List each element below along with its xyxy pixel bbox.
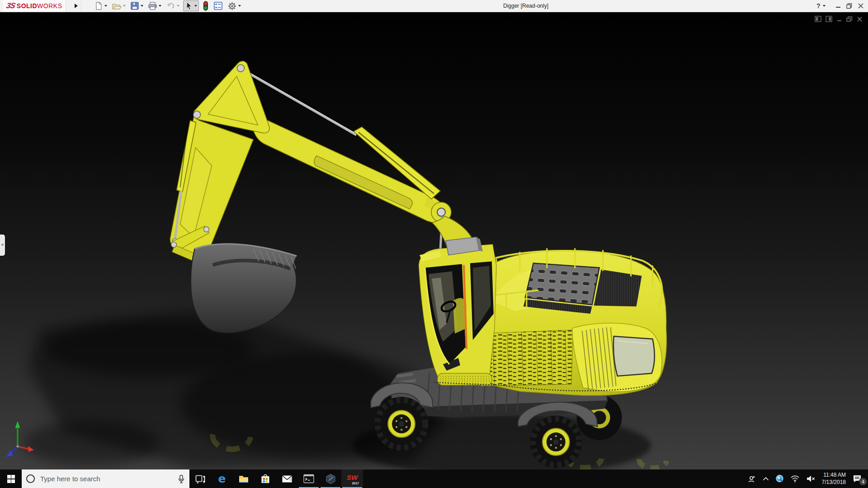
edge-icon: e — [218, 473, 226, 484]
notification-badge: 4 — [859, 478, 867, 486]
taskbar-app-store[interactable] — [255, 469, 276, 488]
new-document-button[interactable] — [93, 1, 108, 11]
stoplight-icon — [203, 1, 209, 11]
engine-grille — [525, 263, 599, 305]
taskbar-app-edrawings[interactable] — [320, 469, 341, 488]
store-icon — [260, 474, 270, 484]
taskbar: e — [0, 469, 868, 488]
pane-handle-icon — [1, 244, 4, 246]
taskbar-app-edge[interactable]: e — [211, 469, 233, 488]
windows-logo-icon — [7, 475, 15, 483]
gear-icon — [227, 1, 237, 11]
command-prompt-icon — [303, 474, 314, 483]
excavator-model[interactable] — [0, 12, 868, 470]
cortana-icon — [26, 474, 35, 483]
hexagon-app-icon — [326, 474, 336, 484]
options-button[interactable] — [226, 1, 242, 11]
feature-pane-icon[interactable] — [815, 16, 821, 22]
undo-button[interactable] — [165, 1, 180, 11]
graphics-viewport[interactable]: *Dimetric — [0, 12, 868, 470]
minimize-button[interactable] — [833, 0, 844, 12]
clock-time: 11:48 AM — [822, 472, 846, 479]
microphone-icon[interactable] — [178, 474, 185, 483]
select-cursor-icon — [185, 1, 193, 10]
taskbar-clock[interactable]: 11:48 AM 7/13/2018 — [818, 472, 849, 486]
task-view-icon — [195, 474, 205, 484]
volume-muted-icon[interactable] — [803, 469, 818, 488]
taskbar-app-task-view[interactable] — [189, 469, 211, 488]
start-button[interactable] — [0, 469, 22, 488]
action-center-button[interactable]: 4 — [849, 469, 868, 488]
mail-icon — [282, 474, 292, 483]
people-icon[interactable] — [745, 469, 760, 488]
print-icon — [148, 1, 157, 10]
taskbar-app-command-prompt[interactable] — [298, 469, 320, 488]
rebuild-stoplight-button[interactable] — [202, 0, 210, 11]
bucket[interactable] — [191, 244, 297, 333]
doc-minimize-icon[interactable] — [836, 16, 842, 22]
task-pane-tab[interactable] — [0, 235, 5, 256]
print-button[interactable] — [147, 1, 162, 11]
open-button[interactable] — [111, 1, 127, 11]
taskbar-search[interactable] — [22, 469, 189, 488]
tray-security-icon[interactable] — [772, 469, 787, 488]
save-button[interactable] — [129, 1, 144, 11]
window-title: Digger [Read-only] — [503, 0, 548, 12]
search-input[interactable] — [39, 474, 173, 483]
display-pane-icon[interactable] — [826, 16, 832, 22]
select-button[interactable] — [183, 0, 199, 11]
tray-chevron-up-icon[interactable] — [760, 469, 772, 488]
ds-mark: 3S — [5, 1, 16, 10]
help-button[interactable]: ? — [816, 0, 826, 12]
rear-left-wheel[interactable] — [530, 416, 582, 468]
undo-icon — [166, 1, 175, 10]
engine-deck[interactable] — [478, 249, 667, 395]
taskbar-app-solidworks[interactable]: SW 2017 — [341, 469, 363, 488]
cab[interactable] — [419, 237, 496, 385]
solidworks-logo: 3S SOLIDWORKS — [3, 0, 66, 12]
file-explorer-icon — [238, 474, 249, 484]
quick-access-toolbar — [93, 0, 245, 12]
doc-restore-icon[interactable] — [846, 16, 853, 22]
solidworks-2017-icon: SW 2017 — [345, 473, 359, 485]
open-icon — [112, 1, 122, 10]
system-tray: 11:48 AM 7/13/2018 4 — [745, 469, 868, 488]
document-window-controls — [815, 16, 863, 22]
doc-close-icon[interactable] — [857, 16, 863, 22]
menu-flyout-button[interactable] — [71, 0, 81, 12]
titlebar: 3S SOLIDWORKS — [0, 0, 868, 12]
taskbar-app-file-explorer[interactable] — [233, 469, 255, 488]
wifi-icon[interactable] — [787, 469, 803, 488]
clock-date: 7/13/2018 — [822, 479, 846, 486]
save-icon — [130, 1, 139, 10]
flyout-arrow-icon — [75, 4, 78, 8]
new-document-icon — [94, 1, 103, 10]
properties-list-icon — [213, 1, 223, 10]
properties-button[interactable] — [212, 1, 224, 11]
close-button[interactable] — [855, 0, 866, 12]
restore-button[interactable] — [844, 0, 854, 12]
taskbar-app-mail[interactable] — [276, 469, 298, 488]
